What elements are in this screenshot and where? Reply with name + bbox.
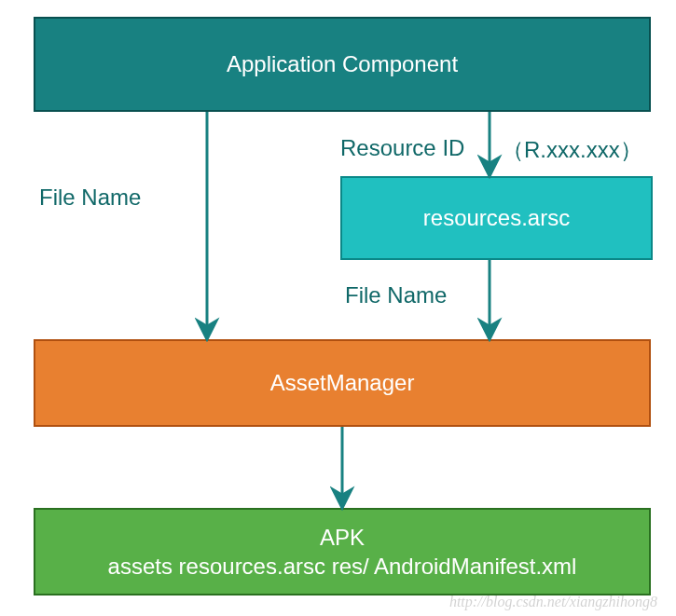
- resources-arsc-label: resources.arsc: [423, 205, 570, 231]
- r-xxx-label: （R.xxx.xxx）: [502, 135, 642, 165]
- apk-title: APK: [320, 523, 365, 552]
- application-component-label: Application Component: [227, 51, 458, 77]
- resources-arsc-box: resources.arsc: [340, 176, 653, 260]
- watermark-text: http://blog.csdn.net/xiangzhihong8: [449, 594, 657, 610]
- application-component-box: Application Component: [34, 17, 651, 112]
- file-name-mid-label: File Name: [345, 282, 447, 308]
- apk-box: APK assets resources.arsc res/ AndroidMa…: [34, 508, 651, 595]
- asset-manager-box: AssetManager: [34, 339, 651, 427]
- resource-id-label: Resource ID: [340, 135, 464, 161]
- asset-manager-label: AssetManager: [270, 370, 415, 396]
- file-name-left-label: File Name: [39, 185, 141, 211]
- apk-contents: assets resources.arsc res/ AndroidManife…: [108, 552, 577, 581]
